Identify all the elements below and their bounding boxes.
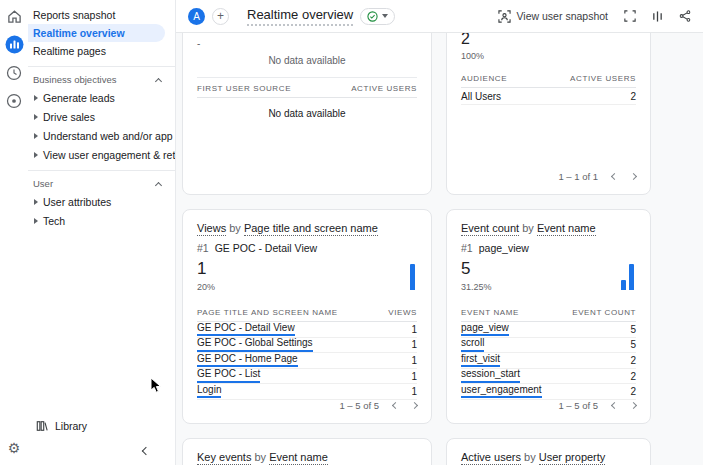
table-row: scroll5	[461, 338, 636, 354]
collapse-sidebar-icon[interactable]	[142, 447, 150, 455]
chevron-up-icon	[155, 181, 162, 188]
sidebar-divider	[28, 170, 175, 171]
table-row: GE POC - List1	[197, 369, 417, 385]
dimension-value: session_start	[461, 369, 520, 383]
metric-cell: 1	[411, 386, 417, 397]
column-header: ACTIVE USERS	[351, 84, 417, 93]
dimension-selector[interactable]: Event name	[269, 451, 328, 465]
metric-selector[interactable]: Event count	[461, 222, 519, 236]
no-data-note: No data available	[197, 55, 417, 66]
prev-page-icon[interactable]	[611, 173, 618, 180]
table-row: session_start2	[461, 369, 636, 385]
metric-selector[interactable]: Key events	[197, 451, 251, 465]
views-card: Views by Page title and screen name #1GE…	[182, 209, 432, 424]
active-users-card: Active users by User property	[446, 438, 651, 465]
dimension-value: page_view	[461, 323, 509, 337]
home-icon[interactable]	[5, 7, 24, 26]
dimension-selector[interactable]: Page title and screen name	[244, 222, 378, 236]
card-title: Event count by Event name	[461, 222, 636, 234]
pagination-label: 1 – 1 of 1	[558, 171, 598, 182]
advertising-icon[interactable]	[5, 91, 24, 110]
sidebar-item-understand-web-app[interactable]: Understand web and/or app t...	[28, 126, 175, 145]
sidebar-divider	[28, 66, 175, 67]
sidebar-item-tech[interactable]: Tech	[28, 211, 175, 230]
section-header-business-objectives[interactable]: Business objectives	[28, 71, 175, 88]
dimension-selector[interactable]: Event name	[537, 222, 596, 236]
metric-cell: 1	[411, 339, 417, 350]
cards-grid: - No data available FIRST USER SOURCE AC…	[182, 33, 651, 465]
metric-percent: 31.25%	[461, 282, 636, 292]
dimension-value: Login	[197, 385, 221, 399]
avatar[interactable]: A	[188, 8, 205, 25]
add-comparison-icon[interactable]	[212, 8, 229, 25]
expand-arrow-icon	[34, 133, 38, 139]
key-events-card: Key events by Event name	[182, 438, 432, 465]
library-label: Library	[55, 420, 87, 432]
report-title-group[interactable]: Realtime overview	[247, 7, 395, 26]
metric-cell: 5	[630, 324, 636, 335]
metric-selector[interactable]: Views	[197, 222, 226, 236]
table-row: All Users 2	[461, 88, 636, 105]
by-label: by	[254, 451, 266, 463]
prev-page-icon[interactable]	[611, 402, 618, 409]
main-area: A Realtime overview View user snapshot	[176, 0, 703, 465]
column-header: AUDIENCE	[461, 74, 507, 83]
sidebar-item-drive-sales[interactable]: Drive sales	[28, 107, 175, 126]
dimension-value: GE POC - Detail View	[197, 323, 295, 337]
pagination: 1 – 5 of 5	[558, 400, 636, 411]
section-header-user[interactable]: User	[28, 175, 175, 192]
next-page-icon[interactable]	[411, 402, 418, 409]
metric-selector[interactable]: Active users	[461, 451, 521, 465]
top-dimension-name: GE POC - Detail View	[215, 242, 318, 254]
sidebar-item-view-user-engagement[interactable]: View user engagement & rete...	[28, 145, 175, 164]
expand-arrow-icon	[34, 199, 38, 205]
view-user-snapshot-button[interactable]: View user snapshot	[498, 10, 608, 23]
topbar: A Realtime overview View user snapshot	[176, 0, 703, 33]
reports-icon[interactable]	[5, 35, 24, 54]
dimension-value: GE POC - List	[197, 369, 260, 383]
data-quality-badge[interactable]	[360, 8, 395, 25]
next-page-icon[interactable]	[630, 173, 637, 180]
library-button[interactable]: Library	[28, 415, 175, 437]
table-row: page_view5	[461, 322, 636, 338]
sidebar-item-label: Realtime overview	[33, 27, 125, 39]
dimension-selector[interactable]: User property	[539, 451, 606, 465]
settings-gear-icon[interactable]	[0, 439, 28, 457]
sidebar-item-generate-leads[interactable]: Generate leads	[28, 88, 175, 107]
table-header: AUDIENCE ACTIVE USERS	[461, 69, 636, 88]
by-label: by	[229, 222, 241, 234]
chevron-up-icon	[155, 77, 162, 84]
audience-card: 2 100% AUDIENCE ACTIVE USERS All Users 2…	[446, 33, 651, 195]
top-dimension-name: page_view	[479, 242, 529, 254]
metric-value: 1	[197, 259, 417, 279]
fullscreen-icon[interactable]	[624, 10, 636, 22]
customize-report-icon[interactable]	[652, 10, 663, 23]
share-icon[interactable]	[679, 10, 691, 22]
metric-cell: 1	[411, 371, 417, 382]
check-circle-icon	[367, 11, 378, 22]
sidebar-item-realtime-pages[interactable]: Realtime pages	[28, 42, 175, 60]
explore-icon[interactable]	[5, 63, 24, 82]
left-icon-rail	[0, 0, 28, 465]
metric-cell: 2	[630, 386, 636, 397]
next-page-icon[interactable]	[630, 402, 637, 409]
page-title: Realtime overview	[247, 7, 353, 26]
sidebar-item-user-attributes[interactable]: User attributes	[28, 192, 175, 211]
report-content-scroll-area[interactable]: - No data available FIRST USER SOURCE AC…	[176, 33, 703, 465]
prev-page-icon[interactable]	[392, 402, 399, 409]
top-value-block: #1page_view 5 31.25%	[461, 242, 636, 292]
sidebar-item-realtime-overview[interactable]: Realtime overview	[28, 24, 165, 42]
sidebar-item-reports-snapshot[interactable]: Reports snapshot	[28, 6, 175, 24]
chevron-down-icon	[382, 14, 388, 18]
card-title: Active users by User property	[461, 451, 636, 463]
table-header: EVENT NAME EVENT COUNT	[461, 303, 636, 322]
metric-cell: 1	[411, 355, 417, 366]
minute-bar-chart	[410, 262, 415, 290]
column-header: ACTIVE USERS	[570, 74, 636, 83]
reports-sidebar: Reports snapshot Realtime overview Realt…	[28, 0, 176, 465]
sidebar-item-label: User attributes	[43, 196, 111, 208]
table-row: user_engagement2	[461, 384, 636, 400]
metric-cell: 2	[630, 371, 636, 382]
table-row: GE POC - Global Settings1	[197, 338, 417, 354]
rank-label: #1	[197, 242, 209, 254]
